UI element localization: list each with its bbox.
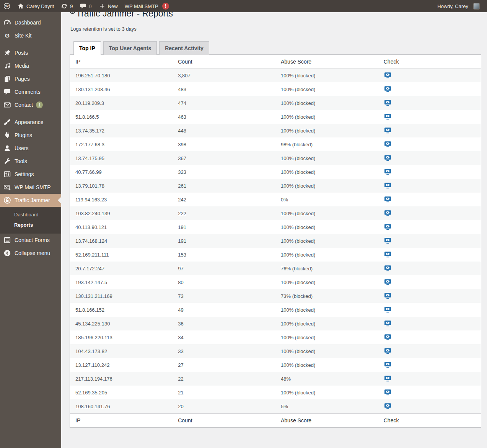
check-ip-link[interactable]: [384, 223, 392, 230]
count-cell: 97: [173, 262, 275, 275]
sidebar-item-label: Contact Forms: [15, 237, 50, 243]
adminbar-item-label: Carey Dayrit: [26, 3, 54, 9]
table-row: 193.142.147.580100% (blocked): [70, 275, 481, 289]
check-ip-link[interactable]: [384, 278, 392, 285]
check-ip-link[interactable]: [384, 72, 392, 78]
howdy-menu[interactable]: Howdy, Carey: [434, 0, 483, 12]
abuse-score-cell: 100% (blocked): [275, 358, 378, 372]
tab-top-ip[interactable]: Top IP: [73, 41, 101, 55]
check-cell: [378, 137, 481, 151]
sidebar-item-settings[interactable]: Settings: [0, 168, 61, 181]
table-body: 196.251.70.1803,807100% (blocked)130.131…: [70, 69, 481, 413]
sidebar-item-posts[interactable]: Posts: [0, 46, 61, 59]
check-ip-link[interactable]: [384, 209, 392, 216]
check-cell: [378, 206, 481, 220]
adminbar-item-label: New: [108, 3, 118, 9]
adminbar-item-9[interactable]: 9: [57, 0, 76, 12]
abuse-score-cell: 100% (blocked): [275, 303, 378, 317]
check-cell: [378, 220, 481, 234]
count-cell: 474: [173, 96, 275, 110]
abuse-score-cell: 100% (blocked): [275, 386, 378, 399]
check-ip-link[interactable]: [384, 154, 392, 161]
submenu-item-dashboard[interactable]: Dashboard: [0, 209, 61, 220]
count-cell: 367: [173, 151, 275, 165]
check-ip-link[interactable]: [384, 375, 392, 382]
plus-icon: [99, 3, 106, 10]
ip-cell: 196.251.70.180: [70, 69, 173, 82]
sidebar-item-traffic-jammer[interactable]: Traffic Jammer: [0, 194, 61, 207]
sidebar-item-comments[interactable]: Comments: [0, 85, 61, 98]
abuse-score-cell: 100% (blocked): [275, 344, 378, 358]
notification-badge: 1: [36, 101, 43, 108]
check-ip-link[interactable]: [384, 182, 392, 189]
sidebar-item-wp-mail-smtp[interactable]: WP Mail SMTP: [0, 181, 61, 194]
pages-icon: [3, 75, 11, 83]
sidebar-item-dashboard[interactable]: Dashboard: [0, 16, 61, 29]
check-ip-link[interactable]: [384, 99, 392, 106]
sidebar-item-plugins[interactable]: Plugins: [0, 129, 61, 142]
check-ip-link[interactable]: [384, 251, 392, 258]
adminbar-item-carey-dayrit[interactable]: Carey Dayrit: [14, 0, 57, 12]
wrench-icon: [3, 157, 11, 165]
tab-top-user-agents[interactable]: Top User Agents: [103, 41, 157, 55]
check-cell: [378, 69, 481, 82]
settings-icon: [3, 170, 11, 178]
adminbar-item-wp-mail-smtp[interactable]: WP Mail SMTP!: [121, 0, 173, 12]
check-ip-link[interactable]: [384, 389, 392, 396]
ip-cell: 51.8.166.5: [70, 110, 173, 124]
check-ip-link[interactable]: [384, 347, 392, 354]
alert-badge: !: [162, 3, 169, 10]
check-cell: [378, 386, 481, 399]
sidebar-item-appearance[interactable]: Appearance: [0, 116, 61, 129]
admin-bar-right: Howdy, Carey: [434, 0, 487, 12]
check-ip-link[interactable]: [384, 265, 392, 271]
retention-note: Logs retention is set to 3 days: [70, 26, 481, 32]
comment-bubble-icon: [3, 88, 11, 96]
check-ip-link[interactable]: [384, 361, 392, 368]
check-ip-link[interactable]: [384, 292, 392, 299]
tab-recent-activity[interactable]: Recent Activity: [159, 41, 209, 55]
abuse-score-cell: 100% (blocked): [275, 330, 378, 344]
check-ip-link[interactable]: [384, 113, 392, 120]
sidebar-item-contact[interactable]: Contact1: [0, 98, 61, 111]
check-ip-link[interactable]: [384, 320, 392, 327]
ip-cell: 13.74.168.124: [70, 234, 173, 248]
ip-cell: 172.177.68.3: [70, 137, 173, 151]
adminbar-item-wordpress-logo-icon[interactable]: W: [0, 0, 14, 12]
avatar: [473, 3, 480, 10]
submenu-item-reports[interactable]: Reports: [0, 220, 61, 230]
check-ip-link[interactable]: [384, 334, 392, 340]
sidebar-item-pages[interactable]: Pages: [0, 72, 61, 85]
ip-cell: 52.169.211.111: [70, 248, 173, 262]
table-foot: IPCountAbuse ScoreCheck: [70, 413, 481, 427]
check-ip-link[interactable]: [384, 402, 392, 409]
sidebar-item-collapse-menu[interactable]: Collapse menu: [0, 247, 61, 260]
check-cell: [378, 234, 481, 248]
check-ip-link[interactable]: [384, 168, 392, 175]
check-ip-link[interactable]: [384, 85, 392, 92]
column-header-abuse-score: Abuse Score: [275, 54, 378, 69]
pushpin-icon: [3, 49, 11, 57]
sidebar-item-contact-forms[interactable]: Contact Forms: [0, 234, 61, 247]
ip-cell: 193.142.147.5: [70, 275, 173, 289]
sidebar-item-site-kit[interactable]: GSite Kit: [0, 29, 61, 42]
abuse-score-cell: 100% (blocked): [275, 165, 378, 179]
count-cell: 191: [173, 220, 275, 234]
ip-cell: 40.77.66.99: [70, 165, 173, 179]
check-ip-link[interactable]: [384, 237, 392, 244]
adminbar-item-new[interactable]: New: [95, 0, 121, 12]
adminbar-item-0[interactable]: 0: [76, 0, 95, 12]
check-ip-link[interactable]: [384, 127, 392, 134]
count-cell: 323: [173, 165, 275, 179]
sidebar-item-media[interactable]: Media: [0, 59, 61, 72]
sidebar-item-users[interactable]: Users: [0, 142, 61, 155]
adminbar-item-label: 9: [70, 3, 73, 9]
update-icon: [61, 3, 68, 10]
sidebar-item-tools[interactable]: Tools: [0, 155, 61, 168]
count-cell: 242: [173, 193, 275, 206]
ip-cell: 108.160.141.76: [70, 399, 173, 413]
check-ip-link[interactable]: [384, 306, 392, 313]
count-cell: 34: [173, 330, 275, 344]
check-ip-link[interactable]: [384, 141, 392, 147]
check-ip-link[interactable]: [384, 196, 392, 203]
